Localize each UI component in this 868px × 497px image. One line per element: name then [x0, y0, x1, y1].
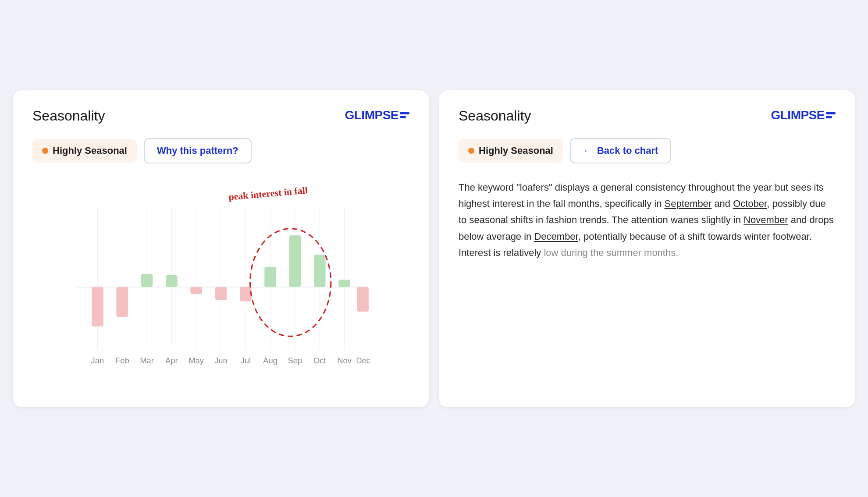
- svg-rect-0: [400, 112, 409, 114]
- main-container: Seasonality GLIMPSE Highly Seasonal Why …: [13, 90, 855, 407]
- left-card: Seasonality GLIMPSE Highly Seasonal Why …: [13, 90, 429, 407]
- back-arrow-icon: ←: [583, 145, 593, 156]
- bar-chart: Jan Feb Mar Apr May Jun Jul Aug Sep Oct …: [32, 179, 409, 368]
- svg-text:Apr: Apr: [165, 355, 178, 365]
- svg-text:Feb: Feb: [115, 355, 129, 365]
- svg-text:Jun: Jun: [214, 355, 228, 365]
- svg-rect-14: [92, 287, 103, 326]
- svg-rect-39: [826, 112, 836, 114]
- right-title: Seasonality: [459, 108, 531, 124]
- chart-area: peak interest in fall: [32, 179, 409, 390]
- december-link: December: [534, 231, 578, 242]
- svg-rect-20: [240, 287, 252, 301]
- orange-dot-left: [42, 148, 48, 154]
- svg-text:Mar: Mar: [140, 355, 154, 365]
- svg-text:May: May: [189, 355, 204, 365]
- svg-rect-19: [215, 287, 227, 300]
- description-text: The keyword "loafers" displays a general…: [459, 179, 836, 261]
- svg-rect-1: [400, 116, 406, 118]
- svg-rect-23: [314, 255, 326, 287]
- svg-rect-22: [289, 235, 301, 287]
- why-pattern-button[interactable]: Why this pattern?: [144, 138, 252, 163]
- right-card: Seasonality GLIMPSE Highly Seasonal ← Ba…: [439, 90, 855, 407]
- right-seasonal-badge: Highly Seasonal: [459, 139, 563, 163]
- right-header: Seasonality GLIMPSE: [459, 108, 836, 124]
- right-badges-row: Highly Seasonal ← Back to chart: [459, 138, 836, 163]
- svg-rect-40: [826, 116, 832, 118]
- muted-text: low during the summer months.: [544, 247, 678, 258]
- svg-text:Jan: Jan: [91, 355, 104, 365]
- svg-text:Dec: Dec: [356, 355, 370, 365]
- svg-rect-21: [264, 266, 276, 287]
- right-logo: GLIMPSE: [771, 108, 836, 123]
- left-title: Seasonality: [32, 108, 105, 124]
- svg-rect-24: [338, 280, 350, 287]
- svg-text:Jul: Jul: [241, 355, 251, 365]
- svg-text:Nov: Nov: [337, 355, 352, 365]
- svg-rect-18: [190, 287, 202, 294]
- svg-text:Sep: Sep: [288, 355, 302, 365]
- left-header: Seasonality GLIMPSE: [32, 108, 409, 124]
- november-link: November: [743, 214, 788, 225]
- left-badges-row: Highly Seasonal Why this pattern?: [32, 138, 409, 163]
- october-link: October: [733, 198, 767, 209]
- svg-text:Oct: Oct: [313, 355, 326, 365]
- svg-rect-25: [357, 287, 369, 311]
- left-logo: GLIMPSE: [345, 108, 409, 123]
- svg-rect-16: [141, 274, 153, 287]
- svg-rect-15: [116, 287, 128, 317]
- left-seasonal-badge: Highly Seasonal: [32, 139, 137, 163]
- september-link: September: [665, 198, 712, 209]
- svg-rect-17: [166, 275, 178, 287]
- orange-dot-right: [468, 148, 474, 154]
- svg-text:Aug: Aug: [263, 355, 277, 365]
- back-to-chart-button[interactable]: ← Back to chart: [570, 138, 671, 163]
